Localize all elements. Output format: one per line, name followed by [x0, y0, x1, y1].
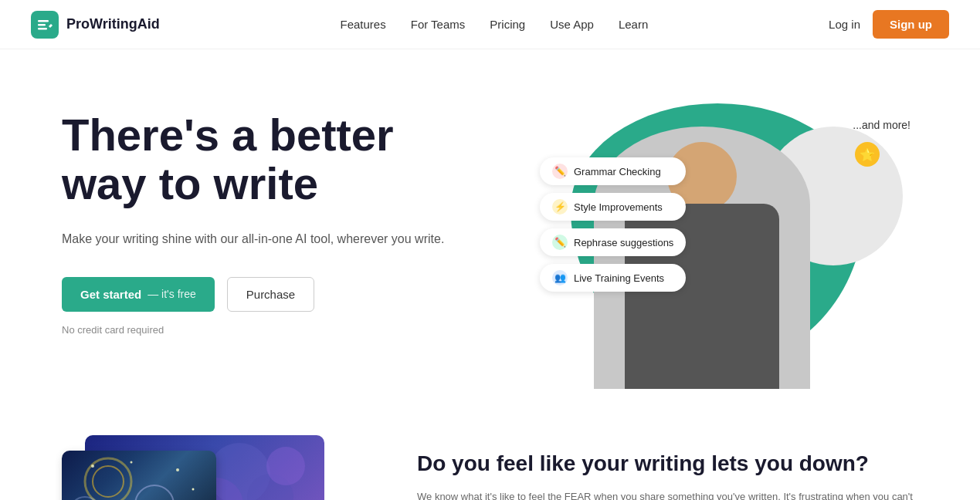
navbar: ProWritingAid Features For Teams Pricing…: [0, 0, 980, 49]
logo-text: ProWritingAid: [66, 16, 160, 32]
logo-icon: [31, 11, 59, 39]
pill-style: ⚡ Style Improvements: [540, 193, 686, 221]
nav-for-teams[interactable]: For Teams: [411, 18, 466, 31]
pill-training: 👥 Live Training Events: [540, 264, 686, 292]
svg-point-7: [85, 458, 131, 500]
section-two-body: We know what it's like to feel the FEAR …: [417, 489, 918, 500]
nav-actions: Log in Sign up: [829, 10, 949, 39]
section-two-title: Do you feel like your writing lets you d…: [417, 451, 918, 477]
nav-use-app[interactable]: Use App: [550, 18, 594, 31]
artwork-area: My idea in my head: [62, 435, 355, 500]
svg-point-8: [93, 466, 124, 497]
nav-links: Features For Teams Pricing Use App Learn: [341, 18, 649, 31]
artwork-stack: My idea in my head: [62, 435, 324, 500]
style-icon: ⚡: [552, 199, 568, 215]
starry-bg: [62, 451, 216, 500]
nav-learn[interactable]: Learn: [619, 18, 648, 31]
hero-subtitle: Make your writing shine with our all-in-…: [62, 229, 444, 249]
pill-rephrase: ✏️ Rephrase suggestions: [540, 228, 686, 256]
svg-point-12: [131, 461, 133, 464]
svg-point-14: [192, 488, 195, 491]
grammar-icon: ✏️: [552, 164, 568, 179]
svg-point-13: [176, 468, 179, 471]
section-two-right: Do you feel like your writing lets you d…: [417, 435, 918, 500]
more-label: ...and more!: [853, 119, 910, 131]
pill-grammar: ✏️ Grammar Checking: [540, 157, 686, 185]
rephrase-icon: ✏️: [552, 235, 568, 250]
get-started-button[interactable]: Get started — it's free: [62, 277, 215, 312]
svg-point-9: [135, 485, 174, 500]
signup-button[interactable]: Sign up: [873, 10, 949, 39]
section-two: My idea in my head Do you feel like your…: [0, 420, 980, 500]
svg-point-10: [70, 497, 100, 500]
svg-rect-2: [38, 28, 47, 30]
svg-point-11: [91, 465, 94, 468]
hero-title: There's a better way to write: [62, 111, 444, 208]
hero-buttons: Get started — it's free Purchase: [62, 277, 444, 312]
svg-rect-1: [38, 24, 46, 26]
hero-illustration: ⭐ ...and more! ✏️ Grammar Checking ⚡ Sty…: [548, 96, 918, 389]
nav-pricing[interactable]: Pricing: [490, 18, 525, 31]
feature-pills: ✏️ Grammar Checking ⚡ Style Improvements…: [540, 157, 686, 292]
hero-left: There's a better way to write Make your …: [62, 96, 444, 336]
login-button[interactable]: Log in: [829, 18, 860, 31]
hero-section: There's a better way to write Make your …: [0, 49, 980, 420]
nav-features[interactable]: Features: [341, 18, 386, 31]
svg-point-6: [266, 447, 305, 485]
no-credit-text: No credit card required: [62, 324, 444, 336]
logo[interactable]: ProWritingAid: [31, 11, 160, 39]
star-badge: ⭐: [855, 142, 880, 167]
training-icon: 👥: [552, 270, 568, 285]
purchase-button[interactable]: Purchase: [227, 277, 314, 312]
art-card-front: My idea in my head: [62, 451, 216, 500]
svg-rect-0: [38, 20, 49, 22]
